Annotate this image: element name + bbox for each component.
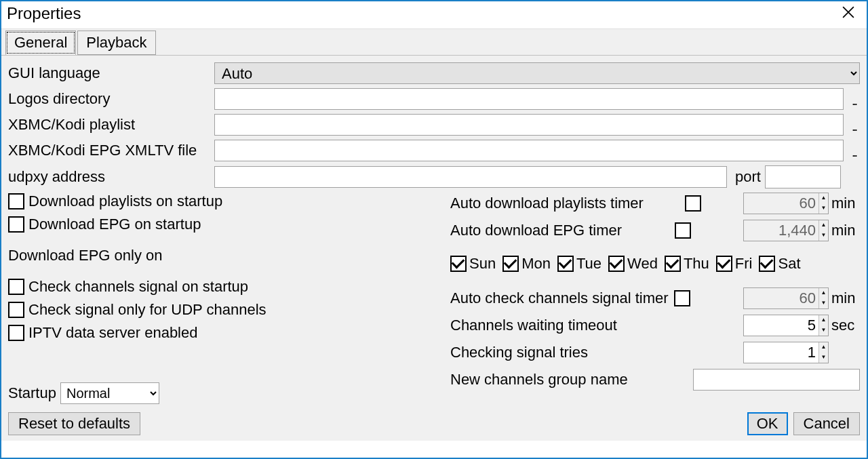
- day-wed-checkbox[interactable]: [608, 256, 625, 272]
- label-dl-epg-only-on: Download EPG only on: [8, 247, 162, 264]
- gui-language-select[interactable]: Auto: [214, 62, 860, 84]
- auto-dl-epg-spinner[interactable]: 1,440 ▲▼: [743, 220, 829, 241]
- label-fri: Fri: [735, 255, 753, 273]
- label-kodi-epg: XBMC/Kodi EPG XMLTV file: [8, 142, 210, 159]
- udpxy-port-input[interactable]: [765, 165, 841, 188]
- tab-content: GUI language Auto Logos directory ... XB…: [1, 56, 867, 441]
- cancel-button[interactable]: Cancel: [793, 412, 860, 435]
- label-checking-tries: Checking signal tries: [450, 344, 588, 361]
- label-auto-dl-epg: Auto download EPG timer: [450, 222, 622, 239]
- unit-sec: sec: [831, 317, 860, 334]
- tab-general[interactable]: General: [5, 31, 76, 55]
- logos-dir-input[interactable]: [214, 88, 844, 110]
- label-logos-dir: Logos directory: [8, 90, 210, 108]
- spinner-up-icon[interactable]: ▲: [819, 220, 828, 231]
- label-tue: Tue: [576, 255, 601, 273]
- startup-select[interactable]: Normal: [60, 382, 159, 404]
- spinner-down-icon[interactable]: ▼: [819, 325, 828, 336]
- check-signal-udp-checkbox[interactable]: [8, 302, 24, 318]
- spinner-down-icon[interactable]: ▼: [819, 231, 828, 241]
- spinner-down-icon[interactable]: ▼: [819, 298, 828, 308]
- download-playlists-startup-checkbox[interactable]: [8, 193, 24, 209]
- label-port: port: [735, 168, 761, 186]
- label-sun: Sun: [469, 255, 496, 273]
- day-fri-checkbox[interactable]: [716, 256, 732, 272]
- browse-logos-button[interactable]: ...: [848, 88, 860, 110]
- tab-bar: General Playback: [1, 28, 867, 56]
- day-sat-checkbox[interactable]: [759, 256, 775, 272]
- new-channels-group-input[interactable]: [693, 369, 860, 391]
- label-dl-playlists-startup: Download playlists on startup: [28, 193, 222, 210]
- checking-tries-spinner[interactable]: 1 ▲▼: [743, 342, 829, 363]
- label-iptv-server: IPTV data server enabled: [28, 324, 197, 342]
- unit-min: min: [831, 222, 860, 239]
- day-tue-checkbox[interactable]: [557, 256, 574, 272]
- label-dl-epg-startup: Download EPG on startup: [28, 216, 201, 233]
- tab-playback[interactable]: Playback: [77, 31, 155, 55]
- unit-min: min: [831, 195, 860, 212]
- day-mon-checkbox[interactable]: [502, 256, 519, 272]
- label-auto-dl-playlists: Auto download playlists timer: [450, 195, 644, 212]
- label-gui-language: GUI language: [8, 64, 210, 82]
- spinner-down-icon[interactable]: ▼: [819, 203, 828, 214]
- iptv-server-checkbox[interactable]: [8, 325, 24, 341]
- day-thu-checkbox[interactable]: [665, 256, 681, 272]
- auto-dl-playlists-spinner[interactable]: 60 ▲▼: [743, 193, 829, 214]
- label-thu: Thu: [684, 255, 709, 273]
- label-sat: Sat: [778, 255, 800, 273]
- label-mon: Mon: [521, 255, 551, 273]
- label-kodi-playlist: XBMC/Kodi playlist: [8, 116, 210, 134]
- day-sun-checkbox[interactable]: [450, 256, 467, 272]
- auto-dl-epg-checkbox[interactable]: [675, 222, 691, 239]
- channels-timeout-spinner[interactable]: 5 ▲▼: [743, 315, 829, 336]
- label-auto-check-signal: Auto check channels signal timer: [450, 290, 669, 307]
- auto-dl-playlists-checkbox[interactable]: [685, 195, 701, 212]
- spinner-up-icon[interactable]: ▲: [819, 288, 828, 298]
- label-udpxy: udpxy address: [8, 168, 210, 186]
- spinner-up-icon[interactable]: ▲: [819, 342, 828, 353]
- auto-check-signal-spinner[interactable]: 60 ▲▼: [743, 287, 829, 309]
- spinner-down-icon[interactable]: ▼: [819, 353, 828, 363]
- close-icon[interactable]: [837, 6, 860, 21]
- auto-check-signal-checkbox[interactable]: [674, 290, 690, 306]
- label-new-channels-group: New channels group name: [450, 371, 628, 388]
- reset-defaults-button[interactable]: Reset to defaults: [8, 412, 140, 435]
- ok-button[interactable]: OK: [747, 412, 788, 435]
- kodi-playlist-input[interactable]: [214, 114, 844, 136]
- window-title: Properties: [7, 4, 81, 23]
- label-check-signal-startup: Check channels signal on startup: [28, 278, 248, 296]
- label-startup: Startup: [8, 384, 56, 402]
- check-signal-startup-checkbox[interactable]: [8, 279, 24, 295]
- unit-min: min: [831, 290, 860, 307]
- browse-kodi-epg-button[interactable]: ...: [848, 140, 860, 161]
- kodi-epg-input[interactable]: [214, 140, 844, 161]
- label-channels-timeout: Channels waiting timeout: [450, 317, 617, 334]
- download-epg-startup-checkbox[interactable]: [8, 216, 24, 233]
- browse-kodi-playlist-button[interactable]: ...: [848, 114, 860, 136]
- label-wed: Wed: [627, 255, 658, 273]
- label-check-signal-udp: Check signal only for UDP channels: [28, 301, 267, 319]
- spinner-up-icon[interactable]: ▲: [819, 315, 828, 325]
- title-bar: Properties: [1, 1, 867, 28]
- udpxy-address-input[interactable]: [214, 166, 727, 188]
- spinner-up-icon[interactable]: ▲: [819, 193, 828, 203]
